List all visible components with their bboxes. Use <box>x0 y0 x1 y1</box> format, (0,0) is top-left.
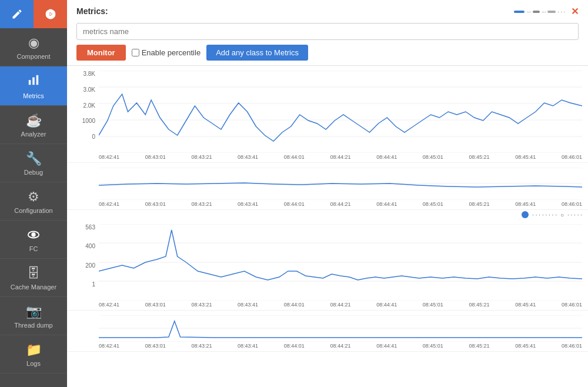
chart-1-wrapper: 3.8K 3.0K 2.0K 1000 0 <box>73 71 582 153</box>
chart-2-x-labels: 08:42:41 08:43:01 08:43:21 08:43:41 08:4… <box>99 200 582 207</box>
debug-icon: 🔧 <box>26 151 42 166</box>
svg-point-5 <box>31 232 35 236</box>
chart-3-svg <box>99 224 582 301</box>
sidebar-label-analyzer: Analyzer <box>21 131 46 138</box>
y-min-1: 0 <box>92 134 95 140</box>
legend-dot-1 <box>514 11 524 13</box>
enable-percentile-text: Enable percentile <box>142 48 201 57</box>
chart-4-x-labels: 08:42:41 08:43:01 08:43:21 08:43:41 08:4… <box>99 342 582 349</box>
edit-button[interactable] <box>0 0 34 28</box>
chart-1-x-labels: 08:42:41 08:43:01 08:43:21 08:43:41 08:4… <box>99 153 582 160</box>
controls-row: Monitor Enable percentile Add any class … <box>76 45 579 61</box>
sidebar-item-debug[interactable]: 🔧 Debug <box>0 144 67 182</box>
svg-point-0 <box>49 13 51 15</box>
sidebar-item-logs[interactable]: 📁 Logs <box>0 335 67 373</box>
thread-dump-icon: 📷 <box>26 304 42 319</box>
sidebar-item-analyzer[interactable]: ☕ Analyzer <box>0 106 67 144</box>
chart-3-legend: · · · · · · · · ○ · · · · · <box>67 210 588 219</box>
sidebar-label-debug: Debug <box>24 169 43 176</box>
y-mid1-3: 400 <box>85 243 95 249</box>
sidebar-item-fc[interactable]: FC <box>0 221 67 259</box>
y-mid2-1: 2.0K <box>83 102 95 109</box>
legend-dots: ··· ··· · · · <box>514 9 565 15</box>
y-max-1: 3.8K <box>83 71 95 77</box>
chart-4-area <box>99 315 582 342</box>
metrics-icon <box>27 74 40 90</box>
chart-4-wrapper <box>73 315 582 342</box>
component-icon: ◉ <box>28 35 39 51</box>
chart-1-svg <box>99 71 582 153</box>
legend-text-2: ··· <box>542 9 546 15</box>
sidebar-label-fc: FC <box>29 245 38 252</box>
legend-circle-3 <box>522 211 529 218</box>
y-mid2-3: 200 <box>85 262 95 269</box>
chart-1-area <box>99 71 582 153</box>
legend-row: ··· ··· · · · ✕ <box>514 6 579 17</box>
logs-icon: 📁 <box>26 342 42 358</box>
legend-text-3: · · · <box>557 9 565 15</box>
close-button[interactable]: ✕ <box>571 6 579 17</box>
sidebar-top-buttons <box>0 0 67 28</box>
sidebar-item-thread-dump[interactable]: 📷 Thread dump <box>0 297 67 335</box>
chart-2-svg <box>99 168 582 200</box>
chart-1-container: 3.8K 3.0K 2.0K 1000 0 <box>67 66 588 163</box>
analyzer-icon: ☕ <box>26 113 42 128</box>
svg-rect-2 <box>32 77 35 85</box>
monitor-button[interactable]: Monitor <box>76 45 126 61</box>
metrics-input[interactable] <box>76 23 579 40</box>
sidebar-label-cache-manager: Cache Manager <box>11 283 56 291</box>
chart-3-y-axis: 563 400 200 1 <box>73 224 98 288</box>
sidebar-label-metrics: Metrics <box>23 92 44 99</box>
enable-percentile-label[interactable]: Enable percentile <box>132 48 201 57</box>
sidebar-label-configuration: Configuration <box>14 207 52 214</box>
chart-2-container: 08:42:41 08:43:01 08:43:21 08:43:41 08:4… <box>67 163 588 210</box>
charts-area[interactable]: 3.8K 3.0K 2.0K 1000 0 <box>67 66 588 387</box>
sidebar: ◉ Component Metrics ☕ Analyzer 🔧 Debug ⚙… <box>0 0 67 387</box>
settings-button[interactable] <box>34 0 67 28</box>
y-min-3: 1 <box>92 281 95 288</box>
search-row <box>76 23 579 40</box>
chart-3-area <box>99 224 582 301</box>
chart-2-y-axis <box>73 168 98 188</box>
y-mid3-1: 1000 <box>82 118 95 124</box>
y-mid1-1: 3.0K <box>83 86 95 93</box>
chart-4-container: 08:42:41 08:43:01 08:43:21 08:43:41 08:4… <box>67 311 588 352</box>
add-class-button[interactable]: Add any class to Metrics <box>206 45 308 61</box>
sidebar-item-configuration[interactable]: ⚙ Configuration <box>0 182 67 221</box>
chart-4-svg <box>99 315 582 342</box>
sidebar-label-thread-dump: Thread dump <box>14 322 52 329</box>
svg-rect-3 <box>36 75 39 85</box>
cache-manager-icon: 🗄 <box>27 266 40 281</box>
metrics-title: Metrics: <box>76 6 108 16</box>
chart-2-wrapper <box>73 168 582 200</box>
configuration-icon: ⚙ <box>28 189 39 205</box>
sidebar-item-cache-manager[interactable]: 🗄 Cache Manager <box>0 259 67 297</box>
fc-icon <box>27 228 40 243</box>
chart-3-container: 563 400 200 1 <box>67 219 588 311</box>
sidebar-label-component: Component <box>17 53 51 60</box>
main-header: Metrics: ··· ··· · · · ✕ Monitor Enable <box>67 0 588 66</box>
chart-1-y-axis: 3.8K 3.0K 2.0K 1000 0 <box>73 71 98 140</box>
chart-3-x-labels: 08:42:41 08:43:01 08:43:21 08:43:41 08:4… <box>99 301 582 308</box>
legend-dot-3 <box>547 11 556 13</box>
enable-percentile-checkbox[interactable] <box>132 49 139 56</box>
main-content: Metrics: ··· ··· · · · ✕ Monitor Enable <box>67 0 588 387</box>
sidebar-item-component[interactable]: ◉ Component <box>0 28 67 66</box>
legend-text-dots2: ○ <box>560 212 564 218</box>
chart-3-wrapper: 563 400 200 1 <box>73 224 582 301</box>
legend-text-dots1: · · · · · · · · <box>532 212 557 218</box>
y-max-3: 563 <box>85 224 95 231</box>
sidebar-label-logs: Logs <box>26 360 41 367</box>
chart-2-area <box>99 168 582 200</box>
svg-rect-1 <box>29 80 31 85</box>
chart-4-y-axis <box>73 315 98 330</box>
legend-dot-2 <box>533 11 540 13</box>
legend-text-1: ··· <box>526 9 531 15</box>
legend-text-dots3: · · · · · <box>567 212 582 218</box>
sidebar-item-metrics[interactable]: Metrics <box>0 66 67 106</box>
